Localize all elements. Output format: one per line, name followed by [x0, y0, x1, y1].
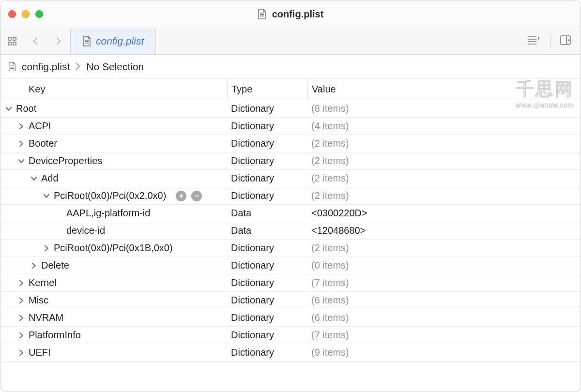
disclosure-closed-icon[interactable] [17, 122, 26, 131]
window-title: config.plist [0, 9, 581, 20]
remove-item-button[interactable]: − [191, 191, 202, 201]
type-cell[interactable]: Dictionary [227, 257, 307, 274]
type-cell[interactable]: Dictionary [227, 118, 307, 135]
key-cell[interactable]: DeviceProperties [0, 152, 227, 169]
type-cell[interactable]: Dictionary [227, 100, 307, 117]
key-cell[interactable]: Booter [0, 135, 227, 152]
related-items-button[interactable] [0, 28, 24, 54]
disclosure-open-icon[interactable] [30, 174, 38, 183]
value-cell[interactable]: <12048680> [307, 222, 581, 239]
disclosure-closed-icon[interactable] [17, 279, 26, 287]
value-cell[interactable]: (7 items) [307, 327, 581, 344]
svg-rect-0 [8, 37, 11, 40]
key-cell[interactable]: Kernel [0, 274, 227, 291]
key-cell[interactable]: device-id [0, 222, 227, 239]
value-cell[interactable]: (2 items) [307, 135, 581, 152]
plist-row[interactable]: AddDictionary(2 items) [0, 170, 581, 187]
plist-row[interactable]: DeleteDictionary(0 items) [0, 257, 581, 274]
value-cell[interactable]: (2 items) [307, 152, 581, 169]
type-cell[interactable]: Data [227, 205, 307, 222]
key-text: Kernel [29, 277, 57, 288]
key-cell[interactable]: Root [0, 100, 227, 117]
value-cell[interactable]: (9 items) [307, 344, 581, 361]
nav-back-button[interactable] [24, 28, 47, 54]
type-cell[interactable]: Dictionary [227, 344, 307, 361]
type-cell[interactable]: Data [227, 222, 307, 239]
plist-row[interactable]: DevicePropertiesDictionary(2 items) [0, 152, 581, 170]
plist-doc-icon [82, 36, 91, 46]
key-cell[interactable]: NVRAM [0, 309, 227, 326]
plist-row[interactable]: KernelDictionary(7 items) [0, 274, 581, 292]
disclosure-open-icon[interactable] [4, 105, 13, 113]
value-cell[interactable]: (2 items) [307, 187, 581, 204]
key-text: ACPI [29, 121, 51, 132]
column-header-key[interactable]: Key [0, 79, 227, 100]
plist-row[interactable]: UEFIDictionary(9 items) [0, 344, 581, 362]
plist-row[interactable]: NVRAMDictionary(6 items) [0, 309, 581, 327]
type-cell[interactable]: Dictionary [227, 152, 307, 169]
key-cell[interactable]: PciRoot(0x0)/Pci(0x1B,0x0) [0, 240, 227, 256]
plist-row[interactable]: AAPL,ig-platform-idData<0300220D> [0, 205, 581, 222]
plist-row[interactable]: RootDictionary(8 items) [0, 100, 581, 118]
column-header-type[interactable]: Type [227, 79, 307, 100]
value-cell[interactable]: (2 items) [307, 170, 581, 187]
plist-row[interactable]: PciRoot(0x0)/Pci(0x2,0x0)+−Dictionary(2 … [0, 187, 581, 205]
svg-rect-3 [13, 42, 16, 45]
nav-forward-button[interactable] [47, 28, 70, 54]
key-text: DeviceProperties [29, 155, 102, 166]
value-cell[interactable]: (4 items) [307, 118, 581, 135]
value-cell[interactable]: (6 items) [307, 292, 581, 309]
window-zoom-button[interactable] [35, 10, 43, 18]
type-cell[interactable]: Dictionary [227, 327, 307, 344]
svg-rect-1 [13, 37, 16, 40]
disclosure-closed-icon[interactable] [30, 261, 38, 270]
key-cell[interactable]: UEFI [0, 344, 227, 361]
add-panel-button[interactable] [560, 35, 571, 47]
disclosure-closed-icon[interactable] [17, 348, 26, 357]
disclosure-closed-icon[interactable] [17, 314, 26, 322]
key-cell[interactable]: PciRoot(0x0)/Pci(0x2,0x0)+− [0, 187, 227, 204]
type-cell[interactable]: Dictionary [227, 187, 307, 204]
disclosure-open-icon[interactable] [17, 157, 26, 166]
disclosure-closed-icon[interactable] [17, 296, 26, 305]
disclosure-open-icon[interactable] [42, 192, 51, 200]
type-cell[interactable]: Dictionary [227, 309, 307, 326]
window-minimize-button[interactable] [22, 10, 30, 18]
plist-row[interactable]: PciRoot(0x0)/Pci(0x1B,0x0)Dictionary(2 i… [0, 240, 581, 257]
column-header-value[interactable]: Value [307, 79, 581, 100]
key-cell[interactable]: Misc [0, 292, 227, 309]
key-cell[interactable]: Add [0, 170, 227, 187]
add-child-button[interactable]: + [176, 191, 186, 201]
key-cell[interactable]: Delete [0, 257, 227, 274]
key-text: PciRoot(0x0)/Pci(0x1B,0x0) [54, 242, 173, 254]
type-cell[interactable]: Dictionary [227, 170, 307, 187]
breadcrumb-selection: No Selection [86, 61, 144, 73]
value-cell[interactable]: (2 items) [307, 240, 581, 256]
disclosure-closed-icon[interactable] [17, 331, 26, 340]
value-cell[interactable]: <0300220D> [307, 205, 581, 222]
key-text: Misc [29, 295, 48, 306]
value-cell[interactable]: (8 items) [307, 100, 581, 117]
type-cell[interactable]: Dictionary [227, 274, 307, 291]
value-cell[interactable]: (0 items) [307, 257, 581, 274]
key-cell[interactable]: AAPL,ig-platform-id [0, 205, 227, 222]
type-cell[interactable]: Dictionary [227, 135, 307, 152]
plist-row[interactable]: device-idData<12048680> [0, 222, 581, 240]
disclosure-closed-icon[interactable] [17, 139, 26, 148]
value-cell[interactable]: (7 items) [307, 274, 581, 291]
plist-row[interactable]: ACPIDictionary(4 items) [0, 118, 581, 135]
value-cell[interactable]: (6 items) [307, 309, 581, 326]
plist-row[interactable]: PlatformInfoDictionary(7 items) [0, 327, 581, 344]
key-cell[interactable]: ACPI [0, 118, 227, 135]
file-tab[interactable]: config.plist [70, 28, 156, 54]
type-cell[interactable]: Dictionary [227, 292, 307, 309]
breadcrumb-separator-icon [76, 61, 80, 73]
disclosure-closed-icon[interactable] [42, 244, 51, 253]
plist-row[interactable]: BooterDictionary(2 items) [0, 135, 581, 152]
key-cell[interactable]: PlatformInfo [0, 327, 227, 344]
breadcrumb-file[interactable]: config.plist [22, 61, 70, 73]
type-cell[interactable]: Dictionary [227, 240, 307, 256]
window-close-button[interactable] [8, 10, 16, 18]
view-mode-button[interactable] [528, 35, 540, 47]
plist-row[interactable]: MiscDictionary(6 items) [0, 292, 581, 309]
